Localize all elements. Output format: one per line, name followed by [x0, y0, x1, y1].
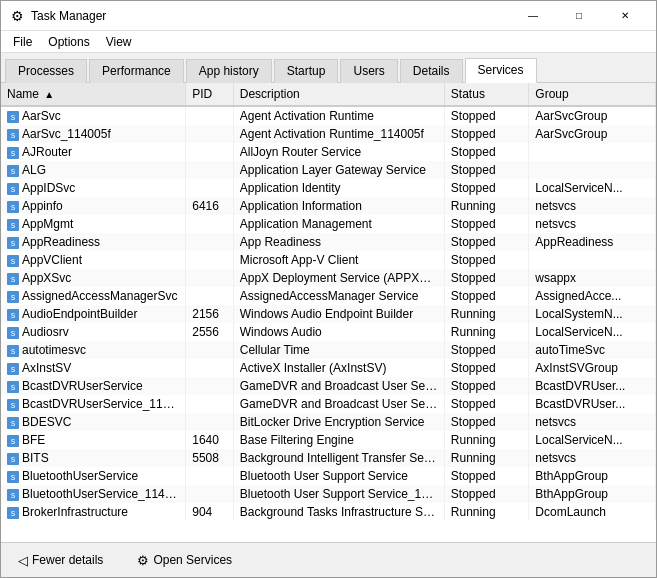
col-header-pid[interactable]: PID — [186, 83, 234, 106]
cell-status: Stopped — [444, 125, 528, 143]
cell-description: Bluetooth User Support Service_1140... — [233, 485, 444, 503]
table-row[interactable]: sBcastDVRUserService_11400... GameDVR an… — [1, 395, 656, 413]
cell-description: GameDVR and Broadcast User Servic... — [233, 395, 444, 413]
table-row[interactable]: sAudiosrv 2556 Windows Audio Running Loc… — [1, 323, 656, 341]
cell-pid — [186, 269, 234, 287]
cell-description: Agent Activation Runtime — [233, 106, 444, 125]
cell-name: sALG — [1, 161, 186, 179]
service-icon: s — [7, 255, 19, 267]
tab-performance[interactable]: Performance — [89, 59, 184, 83]
table-row[interactable]: sAarSvc Agent Activation Runtime Stopped… — [1, 106, 656, 125]
service-icon: s — [7, 165, 19, 177]
table-row[interactable]: sAudioEndpointBuilder 2156 Windows Audio… — [1, 305, 656, 323]
table-row[interactable]: sAppVClient Microsoft App-V Client Stopp… — [1, 251, 656, 269]
service-icon: s — [7, 453, 19, 465]
cell-group: BcastDVRUser... — [529, 377, 656, 395]
service-icon: s — [7, 219, 19, 231]
minimize-button[interactable]: — — [510, 1, 556, 31]
main-content: Name ▲ PID Description Status — [1, 83, 656, 577]
cell-status: Stopped — [444, 413, 528, 431]
col-header-group[interactable]: Group — [529, 83, 656, 106]
cell-name: sBFE — [1, 431, 186, 449]
table-row[interactable]: sAppXSvc AppX Deployment Service (APPXSV… — [1, 269, 656, 287]
cell-description: Application Identity — [233, 179, 444, 197]
cell-status: Running — [444, 323, 528, 341]
window-icon: ⚙ — [9, 8, 25, 24]
col-header-status[interactable]: Status — [444, 83, 528, 106]
cell-status: Running — [444, 197, 528, 215]
table-row[interactable]: sAssignedAccessManagerSvc AssignedAccess… — [1, 287, 656, 305]
cell-description: BitLocker Drive Encryption Service — [233, 413, 444, 431]
cell-status: Running — [444, 503, 528, 521]
col-header-description[interactable]: Description — [233, 83, 444, 106]
table-row[interactable]: sBFE 1640 Base Filtering Engine Running … — [1, 431, 656, 449]
title-bar: ⚙ Task Manager — □ ✕ — [1, 1, 656, 31]
table-row[interactable]: sALG Application Layer Gateway Service S… — [1, 161, 656, 179]
cell-group — [529, 161, 656, 179]
tab-startup[interactable]: Startup — [274, 59, 339, 83]
cell-status: Stopped — [444, 377, 528, 395]
cell-group: LocalServiceN... — [529, 179, 656, 197]
service-icon: s — [7, 273, 19, 285]
cell-description: Agent Activation Runtime_114005f — [233, 125, 444, 143]
cell-pid — [186, 359, 234, 377]
cell-group: AarSvcGroup — [529, 106, 656, 125]
cell-pid: 904 — [186, 503, 234, 521]
table-row[interactable]: sAarSvc_114005f Agent Activation Runtime… — [1, 125, 656, 143]
cell-name: sAppIDSvc — [1, 179, 186, 197]
table-row[interactable]: sBITS 5508 Background Intelligent Transf… — [1, 449, 656, 467]
table-row[interactable]: sBrokerInfrastructure 904 Background Tas… — [1, 503, 656, 521]
task-manager-window: ⚙ Task Manager — □ ✕ File Options View P… — [0, 0, 657, 578]
menu-view[interactable]: View — [98, 33, 140, 51]
fewer-details-button[interactable]: ◁ Fewer details — [9, 549, 112, 572]
cell-name: sAarSvc — [1, 106, 186, 125]
table-row[interactable]: sAppReadiness App Readiness Stopped AppR… — [1, 233, 656, 251]
cell-pid: 1640 — [186, 431, 234, 449]
cell-group: LocalServiceN... — [529, 323, 656, 341]
table-row[interactable]: sBluetoothUserService_1140... Bluetooth … — [1, 485, 656, 503]
table-row[interactable]: sAJRouter AllJoyn Router Service Stopped — [1, 143, 656, 161]
table-row[interactable]: sBcastDVRUserService GameDVR and Broadca… — [1, 377, 656, 395]
table-row[interactable]: sAppIDSvc Application Identity Stopped L… — [1, 179, 656, 197]
status-bar: ◁ Fewer details ⚙ Open Services — [1, 542, 656, 577]
cell-name: sAarSvc_114005f — [1, 125, 186, 143]
maximize-button[interactable]: □ — [556, 1, 602, 31]
close-button[interactable]: ✕ — [602, 1, 648, 31]
cell-group: AssignedAcce... — [529, 287, 656, 305]
cell-pid — [186, 341, 234, 359]
table-row[interactable]: sAppMgmt Application Management Stopped … — [1, 215, 656, 233]
cell-name: sBcastDVRUserService_11400... — [1, 395, 186, 413]
menu-file[interactable]: File — [5, 33, 40, 51]
cell-group: BthAppGroup — [529, 467, 656, 485]
cell-status: Stopped — [444, 395, 528, 413]
cell-status: Stopped — [444, 485, 528, 503]
cell-status: Stopped — [444, 341, 528, 359]
services-table-container[interactable]: Name ▲ PID Description Status — [1, 83, 656, 542]
cell-status: Stopped — [444, 359, 528, 377]
cell-group: BcastDVRUser... — [529, 395, 656, 413]
table-row[interactable]: sAppinfo 6416 Application Information Ru… — [1, 197, 656, 215]
cell-group: AppReadiness — [529, 233, 656, 251]
cell-pid: 2156 — [186, 305, 234, 323]
tab-users[interactable]: Users — [340, 59, 397, 83]
tab-processes[interactable]: Processes — [5, 59, 87, 83]
menu-options[interactable]: Options — [40, 33, 97, 51]
open-services-button[interactable]: ⚙ Open Services — [128, 549, 241, 572]
col-header-name[interactable]: Name ▲ — [1, 83, 186, 106]
table-row[interactable]: sBluetoothUserService Bluetooth User Sup… — [1, 467, 656, 485]
table-row[interactable]: sautotimesvc Cellular Time Stopped autoT… — [1, 341, 656, 359]
tab-services[interactable]: Services — [465, 58, 537, 83]
cell-name: sBITS — [1, 449, 186, 467]
cell-pid — [186, 395, 234, 413]
table-row[interactable]: sAxInstSV ActiveX Installer (AxInstSV) S… — [1, 359, 656, 377]
service-icon: s — [7, 507, 19, 519]
cell-pid — [186, 467, 234, 485]
service-icon: s — [7, 237, 19, 249]
cell-description: Cellular Time — [233, 341, 444, 359]
cell-pid: 2556 — [186, 323, 234, 341]
tab-details[interactable]: Details — [400, 59, 463, 83]
table-row[interactable]: sBDESVC BitLocker Drive Encryption Servi… — [1, 413, 656, 431]
tab-app-history[interactable]: App history — [186, 59, 272, 83]
cell-group: BthAppGroup — [529, 485, 656, 503]
service-icon: s — [7, 417, 19, 429]
